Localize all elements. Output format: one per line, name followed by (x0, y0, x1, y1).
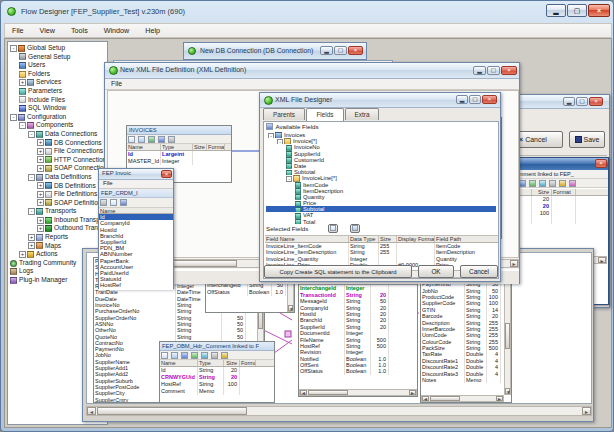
add-field-button[interactable] (328, 224, 338, 233)
tree-item[interactable]: +DB Definitions (8, 182, 107, 191)
maximize-button[interactable]: ▢ (334, 46, 347, 55)
tree-item[interactable]: SQL Window (8, 104, 107, 113)
remove-field-button[interactable] (350, 224, 360, 233)
table-row[interactable]: CRNWYGUidString20 (160, 374, 274, 381)
tree-item[interactable]: +File Definitions (8, 190, 107, 199)
copy-field-icon[interactable] (171, 352, 178, 359)
tree-item[interactable]: General Setup (8, 53, 107, 62)
titlebar[interactable]: XML File Designer ▂ ▢ × (260, 93, 500, 108)
tree-item[interactable]: +Inbound Transports (8, 216, 107, 225)
key-icon[interactable] (559, 180, 566, 187)
maximize-button[interactable]: ▢ (576, 97, 588, 106)
new-icon[interactable] (110, 199, 117, 206)
close-button[interactable]: × (161, 170, 172, 178)
menu-window[interactable]: Window (97, 24, 137, 35)
horizontal-scrollbar[interactable]: ◄ ► (421, 395, 504, 402)
expand-icon[interactable]: + (28, 234, 35, 241)
maximize-button[interactable]: ▢ (487, 66, 500, 75)
menu-tools[interactable]: Tools (64, 24, 95, 35)
expand-icon[interactable]: + (37, 225, 44, 232)
tree-item[interactable]: Include Files (8, 96, 107, 105)
filter-icon[interactable] (529, 180, 536, 187)
expand-icon[interactable]: + (37, 139, 44, 146)
expand-icon[interactable]: + (28, 242, 35, 249)
collapse-icon[interactable]: - (28, 174, 35, 181)
table-row[interactable]: OffStatusBoolean1.0 (206, 289, 294, 296)
tree-item[interactable]: +HTTP Connections (8, 156, 107, 165)
titlebar[interactable]: FEP Invoic × (99, 169, 173, 180)
tree-item[interactable]: Parameters (8, 87, 107, 96)
tab-parents[interactable]: Parents (263, 108, 305, 120)
menu-file[interactable]: File (99, 180, 117, 186)
minimize-button[interactable]: ▂ (320, 46, 333, 55)
expand-icon[interactable]: + (37, 199, 44, 206)
close-button[interactable]: × (348, 46, 363, 55)
collapse-icon[interactable]: - (268, 133, 274, 139)
copy-field-icon[interactable] (138, 136, 145, 143)
find-icon[interactable] (539, 180, 546, 187)
help-icon[interactable] (221, 352, 228, 359)
link-icon[interactable] (569, 180, 576, 187)
maximize-button[interactable]: ▢ (469, 95, 481, 104)
table-row[interactable]: CommentMemo (160, 388, 274, 395)
map-horizontal-scrollbar[interactable]: ◄ ► (86, 406, 592, 416)
tree-item[interactable]: -Data Connections (8, 130, 107, 139)
tree-item[interactable]: -Configuration (8, 113, 107, 122)
tree-item[interactable]: +DB Connections (8, 139, 107, 148)
tree-item[interactable]: Users (8, 61, 107, 70)
table-row[interactable]: IdLargeint (127, 151, 231, 158)
sort-icon[interactable] (100, 199, 107, 206)
table-row[interactable]: NotesMemo (421, 377, 511, 383)
menu-view[interactable]: View (33, 24, 62, 35)
add-field-icon[interactable] (161, 352, 168, 359)
minimize-button[interactable]: ▂ (546, 4, 566, 17)
collapse-icon[interactable]: - (286, 176, 292, 182)
close-button[interactable]: × (589, 97, 603, 106)
grid-blue-icon[interactable] (158, 136, 165, 143)
tree-item[interactable]: -Transports (8, 207, 107, 216)
sort-icon[interactable] (211, 352, 218, 359)
filter-icon[interactable] (191, 352, 198, 359)
tree-item[interactable]: -Global Setup (8, 44, 107, 53)
more-icon[interactable] (168, 136, 175, 143)
tree-item[interactable]: -Data Definitions (8, 173, 107, 182)
collapse-icon[interactable]: - (10, 45, 17, 52)
minimize-button[interactable]: ▂ (456, 95, 468, 104)
table-row[interactable]: OffStatusBoolean1.0 (299, 368, 417, 374)
menu-help[interactable]: Help (138, 24, 167, 35)
ok-button[interactable]: OK (418, 265, 454, 278)
tree-item[interactable]: +SOAP Connections (8, 164, 107, 173)
grid-icon[interactable] (120, 199, 127, 206)
box-title[interactable]: INVOICES (127, 126, 231, 135)
close-button[interactable]: × (595, 159, 607, 168)
close-button[interactable]: × (588, 4, 610, 17)
tree-item[interactable]: Folders (8, 70, 107, 79)
titlebar[interactable]: New XML File Definition (XML Definition)… (105, 63, 519, 79)
expand-icon[interactable]: + (37, 165, 44, 172)
tree-item[interactable]: Total (266, 219, 496, 224)
maximize-button[interactable]: ▢ (567, 4, 587, 17)
save-button[interactable]: Save (569, 131, 605, 148)
expand-icon[interactable]: + (19, 251, 26, 258)
find-icon[interactable] (201, 352, 208, 359)
table-title[interactable]: FEP_OBM_Hdr_Comment linked to F (160, 342, 274, 351)
close-button[interactable]: × (501, 66, 517, 75)
table-row[interactable]: HostRef (99, 282, 173, 288)
expand-icon[interactable]: + (37, 148, 44, 155)
collapse-icon[interactable]: - (277, 139, 283, 145)
table-row[interactable]: HostRefString100 (160, 381, 274, 388)
copy-sql-button[interactable]: Copy Create SQL statement to the Clipboa… (264, 265, 412, 278)
expand-icon[interactable]: + (19, 79, 26, 86)
tree-item[interactable]: -Components (8, 121, 107, 130)
expand-icon[interactable]: + (37, 217, 44, 224)
collapse-icon[interactable]: - (28, 131, 35, 138)
expand-icon[interactable]: + (37, 182, 44, 189)
tree-item[interactable]: +File Connections (8, 147, 107, 156)
tree-item[interactable]: +Services (8, 78, 107, 87)
grid-icon[interactable] (181, 352, 188, 359)
tree-item[interactable]: +SOAP Definitions (8, 199, 107, 208)
table-row[interactable]: IdString20 (160, 367, 274, 374)
minimize-button[interactable]: ▂ (563, 97, 575, 106)
menu-file[interactable]: File (105, 79, 128, 88)
collapse-icon[interactable]: - (28, 208, 35, 215)
